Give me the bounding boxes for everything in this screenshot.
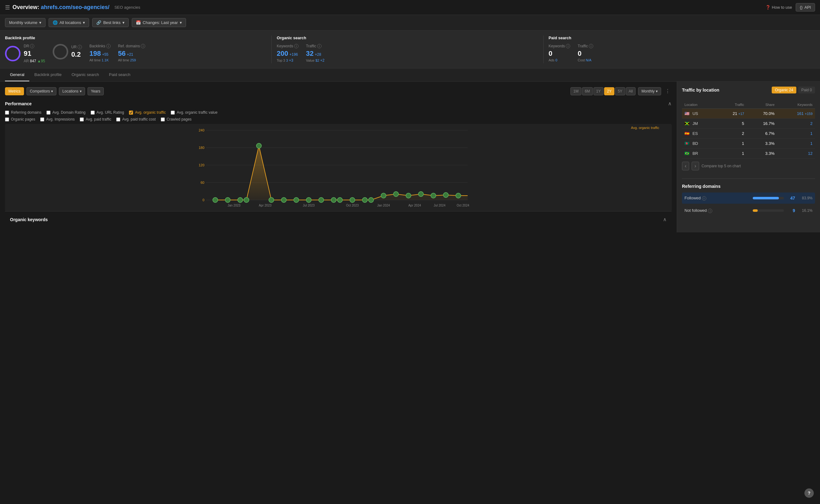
checkbox-avg-impressions[interactable]: Avg. Impressions	[40, 117, 75, 121]
chart-point[interactable]	[369, 197, 374, 202]
chart-point[interactable]	[294, 197, 299, 202]
locations-button[interactable]: Locations ▾	[59, 87, 85, 95]
traffic-cell: 5	[716, 119, 746, 129]
keywords-value: 1	[810, 141, 813, 146]
chart-point[interactable]	[238, 197, 243, 202]
share-value: 70.0%	[763, 111, 775, 116]
years-button[interactable]: Years	[88, 87, 104, 95]
paid-kw-info-icon[interactable]: i	[566, 44, 570, 48]
checkbox-avg-url-rating[interactable]: Avg. URL Rating	[91, 110, 124, 115]
chart-point[interactable]	[225, 197, 230, 202]
chart-point[interactable]	[350, 197, 355, 202]
chevron-down-icon: ▾	[180, 20, 182, 25]
time-all-button[interactable]: All	[626, 87, 636, 95]
checkbox-avg-organic-traffic-value[interactable]: Avg. organic traffic value	[171, 110, 217, 115]
time-5y-button[interactable]: 5Y	[615, 87, 625, 95]
flag-icon: 🇧🇷	[684, 151, 689, 156]
chart-point[interactable]	[456, 193, 461, 198]
compare-prev-button[interactable]: ‹	[682, 162, 689, 170]
performance-collapse-button[interactable]: ∧	[668, 101, 672, 107]
chevron-down-icon: ▾	[80, 89, 82, 93]
question-icon: ❓	[765, 5, 770, 10]
how-to-use-link[interactable]: ❓ How to use	[765, 5, 792, 10]
chart-point[interactable]	[281, 197, 286, 202]
chart-point[interactable]	[331, 197, 336, 202]
compare-row: ‹ › Compare top 5 on chart	[682, 159, 815, 174]
api-button[interactable]: {} API	[796, 3, 815, 12]
checkbox-avg-paid-traffic[interactable]: Avg. paid traffic	[80, 117, 111, 121]
checkbox-avg-paid-traffic-cost[interactable]: Avg. paid traffic cost	[116, 117, 156, 121]
monthly-volume-dropdown[interactable]: Monthly volume ▾	[5, 18, 45, 27]
more-options-button[interactable]: ⋮	[664, 87, 672, 96]
chart-point[interactable]	[269, 197, 274, 202]
organic-tab[interactable]: Organic 24	[772, 87, 796, 93]
ref-domains-info-icon[interactable]: i	[141, 44, 145, 48]
time-1y-button[interactable]: 1Y	[594, 87, 604, 95]
chart-point[interactable]	[393, 192, 398, 197]
chart-point[interactable]	[406, 193, 411, 198]
chart-point[interactable]	[213, 197, 218, 202]
org-kw-info-icon[interactable]: i	[294, 44, 298, 48]
checkbox-avg-organic-traffic[interactable]: Avg. organic traffic	[129, 110, 166, 115]
chart-point[interactable]	[244, 197, 249, 202]
chart-point[interactable]	[381, 193, 386, 198]
paid-traffic-info-icon[interactable]: i	[589, 44, 593, 48]
chart-point[interactable]	[256, 143, 261, 148]
keywords-value: 1	[810, 131, 813, 136]
checkbox-organic-pages[interactable]: Organic pages	[5, 117, 35, 121]
monthly-dropdown[interactable]: Monthly ▾	[638, 87, 661, 95]
table-row: 🇯🇲 JM 5 16.7% 2	[682, 119, 815, 129]
paid-stats-row: Keywords i 0 Ads 0 Traffic i 0 Cost N/A	[549, 44, 810, 62]
dr-info-icon[interactable]: i	[30, 44, 34, 48]
chart-point[interactable]	[431, 193, 436, 198]
chart-point[interactable]	[418, 192, 423, 197]
time-6m-button[interactable]: 6M	[582, 87, 593, 95]
time-1m-button[interactable]: 1M	[570, 87, 581, 95]
compare-next-button[interactable]: ›	[692, 162, 699, 170]
traffic-value: 1	[742, 151, 744, 156]
tab-general[interactable]: General	[5, 69, 29, 81]
chart-point[interactable]	[306, 197, 311, 202]
chart-point[interactable]	[319, 197, 324, 202]
table-row: 🇧🇷 BR 1 3.3% 12	[682, 149, 815, 159]
competitors-button[interactable]: Competitors ▾	[26, 87, 57, 95]
share-value: 3.3%	[765, 141, 775, 146]
checkbox-referring-domains[interactable]: Referring domains	[5, 110, 41, 115]
backlinks-value: 198	[89, 50, 101, 58]
organic-keywords-collapse-button[interactable]: ∧	[663, 216, 667, 222]
ref-info-icon[interactable]: i	[702, 196, 706, 201]
performance-chart-svg: 240 180 120 60 0	[5, 127, 669, 208]
keywords-col-header: Keywords	[777, 101, 815, 109]
tab-organic-search[interactable]: Organic search	[67, 69, 104, 81]
changes-dropdown[interactable]: 📅 Changes: Last year ▾	[132, 18, 186, 27]
traffic-value: 1	[742, 141, 744, 146]
traffic-value: 2	[742, 131, 744, 136]
backlinks-info-icon[interactable]: i	[106, 44, 111, 48]
chevron-down-icon: ▾	[656, 89, 658, 93]
flag-icon: 🇧🇩	[684, 141, 689, 146]
svg-text:0: 0	[203, 198, 204, 202]
checkbox-crawled-pages[interactable]: Crawled pages	[161, 117, 192, 121]
paid-tab[interactable]: Paid 0	[798, 87, 815, 93]
metrics-button[interactable]: Metrics	[5, 87, 24, 95]
all-locations-dropdown[interactable]: 🌐 All locations ▾	[49, 18, 89, 27]
menu-icon[interactable]: ☰	[5, 4, 10, 11]
ref-info-icon[interactable]: i	[708, 209, 712, 213]
organic-keywords-stat: Keywords i 200 +196 Top 3 3 +3	[277, 44, 298, 63]
chart-point[interactable]	[443, 193, 448, 197]
best-links-dropdown[interactable]: 🔗 Best links ▾	[92, 18, 129, 27]
location-tabs: Organic 24 Paid 0	[772, 87, 815, 93]
chart-point[interactable]	[362, 197, 367, 202]
site-url-link[interactable]: ahrefs.com/seo-agencies/	[41, 4, 109, 10]
referring-domains-widget: Referring domains Followed i 47 83.9% No…	[682, 178, 815, 216]
tab-backlink-profile[interactable]: Backlink profile	[29, 69, 66, 81]
chart-point[interactable]	[337, 197, 342, 202]
org-traffic-info-icon[interactable]: i	[317, 44, 322, 48]
ur-info-icon[interactable]: i	[78, 45, 82, 49]
traffic-by-location-title: Traffic by location	[682, 88, 719, 93]
table-row: 🇺🇸 US 21 +17 70.0% 161 +159	[682, 109, 815, 119]
share-cell: 3.3%	[746, 149, 777, 159]
checkbox-avg-domain-rating[interactable]: Avg. Domain Rating	[46, 110, 86, 115]
tab-paid-search[interactable]: Paid search	[104, 69, 136, 81]
time-2y-button[interactable]: 2Y	[604, 87, 614, 95]
